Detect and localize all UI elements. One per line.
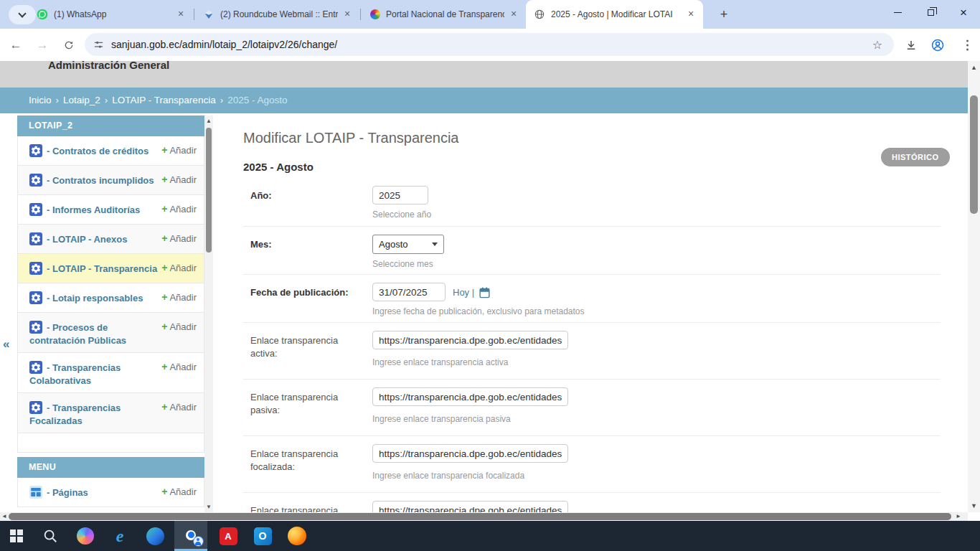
- firefox-icon: [288, 527, 306, 545]
- sidebar-scrollbar-thumb[interactable]: [206, 128, 212, 253]
- ano-input[interactable]: [372, 186, 428, 204]
- sidebar-item-transparencias-colaborativas[interactable]: - Transparencias Colaborativas +Añadir: [17, 353, 204, 393]
- horizontal-scrollbar[interactable]: ◄ ►: [0, 512, 968, 521]
- url-text[interactable]: sanjuan.gob.ec/admin/lotaip_2/lotaipv2/2…: [111, 39, 870, 50]
- plus-icon: +: [161, 144, 167, 156]
- sidebar-item-informes-auditorias[interactable]: - Informes Auditorías +Añadir: [17, 195, 204, 225]
- sidebar-item-lotaip-responsables[interactable]: - Lotaip responsables +Añadir: [17, 283, 204, 313]
- add-link[interactable]: +Añadir: [161, 232, 197, 244]
- calendar-icon[interactable]: [479, 286, 491, 298]
- historico-button[interactable]: HISTÓRICO: [881, 148, 950, 166]
- window-controls: ×: [881, 0, 980, 24]
- enlace-activa-input[interactable]: [372, 331, 568, 349]
- download-icon: [905, 39, 918, 52]
- field-label: Enlace transparencia pasiva:: [250, 387, 365, 435]
- close-tab-icon[interactable]: ×: [174, 8, 187, 21]
- sidebar-item-procesos-contratacion[interactable]: - Procesos de contratación Públicas +Aña…: [17, 313, 204, 353]
- add-link[interactable]: +Añadir: [161, 486, 197, 497]
- restore-button[interactable]: [914, 0, 947, 24]
- start-button[interactable]: [0, 521, 33, 551]
- breadcrumb-lotaip2[interactable]: Lotaip_2: [63, 95, 100, 105]
- vertical-scrollbar-thumb[interactable]: [970, 95, 978, 214]
- edge-button[interactable]: [138, 521, 171, 551]
- bookmark-star-icon[interactable]: ☆: [870, 38, 885, 52]
- add-link[interactable]: +Añadir: [161, 361, 197, 372]
- gear-icon: [29, 174, 42, 187]
- sidebar-scrollbar[interactable]: ▲ ▼: [204, 116, 213, 512]
- site-info-icon[interactable]: [93, 39, 104, 50]
- copilot-button[interactable]: [69, 521, 102, 551]
- profile-button[interactable]: [930, 38, 945, 52]
- add-link[interactable]: +Añadir: [161, 321, 197, 332]
- refresh-button[interactable]: [59, 35, 79, 55]
- add-link[interactable]: +Añadir: [161, 401, 197, 413]
- sidebar-item-transparencias-focalizadas[interactable]: - Transparencias Focalizadas +Añadir: [17, 393, 204, 433]
- chevron-down-icon: [18, 9, 26, 17]
- back-button[interactable]: ←: [6, 35, 26, 55]
- horizontal-scrollbar-thumb[interactable]: [9, 513, 951, 520]
- downloads-button[interactable]: [905, 39, 918, 52]
- close-window-button[interactable]: ×: [947, 0, 980, 24]
- search-button[interactable]: [34, 521, 67, 551]
- field-row-fecha: Fecha de publicación: Hoy | Ingrese fech…: [243, 274, 941, 322]
- sidebar-collapse-button[interactable]: «: [3, 337, 9, 352]
- globe-icon: [534, 9, 545, 20]
- object-title: 2025 - Agosto: [243, 161, 314, 173]
- plus-icon: +: [161, 291, 167, 303]
- outlook-button[interactable]: O: [246, 521, 279, 551]
- sidebar-item-lotaip-transparencia[interactable]: - LOTAIP - Transparencia +Añadir: [17, 254, 204, 283]
- browser-menu-button[interactable]: [963, 37, 971, 53]
- close-tab-icon[interactable]: ×: [341, 8, 354, 21]
- sidebar-item-paginas[interactable]: - Páginas +Añadir: [17, 478, 204, 507]
- sidebar-item-contratos-creditos[interactable]: - Contratos de créditos +Añadir: [17, 136, 204, 166]
- omnibox[interactable]: sanjuan.gob.ec/admin/lotaip_2/lotaipv2/2…: [85, 33, 894, 56]
- breadcrumb-current: 2025 - Agosto: [227, 95, 287, 105]
- minimize-button[interactable]: [881, 0, 914, 24]
- firefox-button[interactable]: [281, 521, 314, 551]
- scroll-down-icon[interactable]: ▼: [204, 504, 213, 510]
- internet-explorer-button[interactable]: e: [103, 521, 136, 551]
- scroll-up-icon[interactable]: ▲: [204, 118, 213, 124]
- breadcrumb-inicio[interactable]: Inicio: [29, 95, 52, 105]
- enlace-pasiva-input[interactable]: [372, 387, 568, 406]
- tab-roundcube[interactable]: (2) Roundcube Webmail :: Entra ×: [195, 0, 359, 29]
- field-row-enlace-focalizada: Enlace transparencia focalizada: Ingrese…: [243, 435, 941, 492]
- scroll-right-icon[interactable]: ►: [956, 512, 961, 521]
- add-link[interactable]: +Añadir: [161, 291, 197, 303]
- tab-whatsapp[interactable]: (1) WhatsApp ×: [29, 0, 193, 29]
- fecha-input[interactable]: [372, 283, 446, 301]
- add-link[interactable]: +Añadir: [161, 203, 197, 215]
- new-tab-button[interactable]: +: [715, 6, 733, 24]
- close-tab-icon[interactable]: ×: [684, 8, 697, 21]
- forward-button[interactable]: →: [32, 35, 52, 55]
- enlace-focalizada-input[interactable]: [372, 444, 568, 463]
- edge-icon: [146, 527, 164, 545]
- vertical-scrollbar[interactable]: ▲ ▼: [968, 61, 980, 512]
- field-row-enlace-activa: Enlace transparencia activa: Ingrese enl…: [243, 322, 941, 379]
- gear-icon: [29, 401, 42, 414]
- breadcrumb-lotaip-transparencia[interactable]: LOTAIP - Transparencia: [112, 95, 215, 105]
- sidebar-item-contratos-incumplidos[interactable]: - Contratos incumplidos +Añadir: [17, 166, 204, 195]
- chrome-button-active[interactable]: [174, 521, 207, 551]
- tab-active-lotaip[interactable]: 2025 - Agosto | Modificar LOTAI ×: [526, 0, 703, 29]
- scroll-left-icon[interactable]: ◄: [1, 512, 7, 521]
- sidebar-menu-title: MENU: [17, 457, 204, 478]
- add-link[interactable]: +Añadir: [161, 144, 197, 156]
- sidebar-item-lotaip-anexos[interactable]: - LOTAIP - Anexos +Añadir: [17, 225, 204, 254]
- scroll-up-icon[interactable]: ▲: [968, 64, 980, 71]
- mes-select[interactable]: Agosto: [372, 235, 444, 254]
- plus-icon: +: [161, 361, 167, 372]
- site-header: Administración General: [0, 61, 968, 88]
- close-tab-icon[interactable]: ×: [507, 8, 520, 21]
- today-link[interactable]: Hoy |: [453, 287, 474, 298]
- scroll-down-icon[interactable]: ▼: [968, 502, 980, 509]
- select-arrow-icon: [432, 242, 438, 246]
- plus-icon: +: [161, 486, 167, 497]
- tab-portal[interactable]: Portal Nacional de Transparenci ×: [362, 0, 526, 29]
- acrobat-button[interactable]: A: [212, 521, 245, 551]
- add-link[interactable]: +Añadir: [161, 262, 197, 273]
- taskbar: e A O ESP 16:50 14/8/2025: [0, 521, 980, 551]
- tab-title: 2025 - Agosto | Modificar LOTAI: [551, 9, 682, 19]
- add-link[interactable]: +Añadir: [161, 174, 197, 185]
- gear-icon: [29, 232, 42, 245]
